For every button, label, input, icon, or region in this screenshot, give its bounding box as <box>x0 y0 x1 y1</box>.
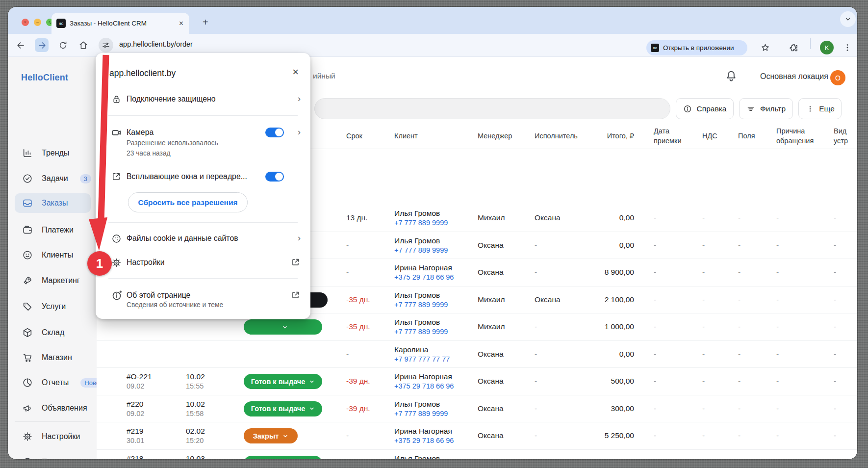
client-name: Илья Громов <box>394 318 448 327</box>
vat-cell: - <box>702 395 705 422</box>
new-tab-button[interactable]: + <box>203 17 208 28</box>
site-settings-button[interactable] <box>99 38 113 52</box>
order-date: 10.02 <box>186 372 205 381</box>
acceptance-cell: - <box>654 313 656 340</box>
fields-cell: - <box>738 395 740 422</box>
executor-cell: Оксана <box>535 205 561 232</box>
order-id-cell: #21829.01 <box>127 450 144 460</box>
vat-cell: - <box>702 450 705 460</box>
more-button[interactable]: Еще <box>798 98 842 119</box>
tab-search-button[interactable] <box>840 11 856 27</box>
camera-permission-item[interactable]: Камера <box>127 128 153 137</box>
client-phone-link[interactable]: +7 777 889 9999 <box>394 410 448 417</box>
device-cell: - <box>834 341 836 368</box>
status-button[interactable]: Готов к выдаче <box>244 456 322 460</box>
sidebar-item-11[interactable]: Объявления <box>15 398 91 418</box>
term-cell: - <box>346 422 349 449</box>
trends-icon <box>22 148 33 158</box>
table-row[interactable]: #21829.0110.0318:37Готов к выдаче-50 дн.… <box>97 450 857 460</box>
client-cell: Илья Громов+7 777 889 9999 <box>394 286 448 313</box>
status-button[interactable]: Готов к выдаче <box>244 401 322 416</box>
table-row[interactable]: #O-22109.0210.0215:55Готов к выдаче-39 д… <box>97 368 857 395</box>
home-button[interactable] <box>77 38 90 52</box>
client-phone-link[interactable]: +7 777 889 9999 <box>394 246 448 254</box>
sidebar-item-8[interactable]: Склад <box>15 323 91 342</box>
camera-toggle[interactable] <box>265 128 284 137</box>
sidebar-item-6[interactable]: Маркетинг <box>15 271 91 290</box>
popups-toggle[interactable] <box>265 172 284 182</box>
sidebar-item-4[interactable]: Платежи <box>15 220 91 240</box>
settings-icon <box>22 431 33 442</box>
reason-cell: - <box>776 341 779 368</box>
app-logo[interactable]: HelloClient <box>21 73 68 83</box>
sidebar-item-13[interactable]: Помощь <box>15 452 91 459</box>
popup-site-title: app.helloclient.by <box>109 68 176 78</box>
sidebar-item-2[interactable]: Задачи3 <box>15 169 91 188</box>
popup-close-button[interactable]: × <box>292 67 299 78</box>
desktop-background: × – нс Заказы - HelloClient CRM × + <box>0 0 868 468</box>
tasks-icon <box>22 173 33 184</box>
connection-secure-item[interactable]: Подключение защищено <box>127 94 216 104</box>
sidebar-item-12[interactable]: Настройки <box>15 427 91 446</box>
table-row[interactable]: #21930.0102.0215:20Закрыт-Ирина Нагорная… <box>97 422 857 450</box>
reload-button[interactable] <box>56 38 70 52</box>
bookmark-button[interactable] <box>760 38 770 57</box>
order-date: 02.02 <box>186 427 205 436</box>
order-time: 15:55 <box>186 382 205 390</box>
sidebar-item-10[interactable]: ОтчетыНовое <box>15 373 91 392</box>
window-minimize-button[interactable]: – <box>34 19 41 26</box>
camera-permission-note: 23 часа назад <box>127 149 171 158</box>
status-button[interactable]: Закрыт <box>244 428 298 443</box>
sidebar-item-9[interactable]: Магазин <box>15 348 91 367</box>
sidebar-item-label: Платежи <box>42 226 74 234</box>
total-cell: 5 250,00 <box>605 422 634 449</box>
status-button[interactable]: Готов к выдаче <box>244 374 322 389</box>
client-phone-link[interactable]: +7 977 777 77 77 <box>394 355 450 363</box>
about-page-item[interactable]: Об этой странице <box>127 290 190 300</box>
camera-permission-note: Разрешение использовалось <box>127 139 218 148</box>
sidebar-item-3[interactable]: Заказы <box>15 193 91 213</box>
back-button[interactable] <box>14 38 27 52</box>
table-row[interactable]: -Каролина+7 977 777 77 77Оксана-0,00----… <box>97 341 857 368</box>
client-phone-link[interactable]: +7 777 889 9999 <box>394 328 448 336</box>
table-row[interactable]: #22009.0210.0215:58Готов к выдаче-39 дн.… <box>97 395 857 423</box>
status-button[interactable] <box>244 319 322 335</box>
client-phone-link[interactable]: +375 29 718 66 96 <box>394 437 454 444</box>
notifications-button[interactable] <box>724 69 739 84</box>
sidebar-item-1[interactable]: Тренды <box>15 143 91 163</box>
client-phone-link[interactable]: +7 777 889 9999 <box>394 219 448 227</box>
sidebar-item-7[interactable]: Услуги <box>15 297 91 316</box>
client-phone-link[interactable]: +7 777 889 9999 <box>394 301 448 309</box>
location-avatar[interactable]: О <box>830 70 845 85</box>
help-button[interactable]: Справка <box>676 98 734 119</box>
term-cell: -50 дн. <box>346 450 370 460</box>
client-phone-link[interactable]: +375 29 718 66 96 <box>394 382 454 390</box>
sidebar-item-label: Настройки <box>42 432 80 441</box>
client-cell: Ирина Нагорная+375 29 718 66 96 <box>394 422 454 449</box>
window-close-button[interactable]: × <box>22 19 29 26</box>
tab-close-icon[interactable]: × <box>178 19 184 28</box>
open-in-new-icon <box>291 258 301 267</box>
browser-tab[interactable]: нс Заказы - HelloClient CRM × <box>51 13 189 34</box>
profile-button[interactable]: K <box>820 38 834 57</box>
reset-permissions-button[interactable]: Сбросить все разрешения <box>128 192 248 212</box>
location-label[interactable]: Основная локация <box>760 72 828 81</box>
client-name: Илья Громов <box>394 454 448 459</box>
back-icon <box>16 41 26 50</box>
device-cell: - <box>834 368 836 395</box>
address-bar[interactable]: app.helloclient.by/order <box>119 40 193 48</box>
partial-tab-label: ийный <box>313 72 335 80</box>
client-cell: Илья Громов+7 777 889 9999 <box>394 450 448 460</box>
popups-permission-item[interactable]: Всплывающие окна и переадре... <box>127 172 247 182</box>
settings-menu-item[interactable]: Настройки <box>127 258 164 267</box>
client-phone-link[interactable]: +375 29 718 66 96 <box>394 273 454 281</box>
filter-button[interactable]: Фильтр <box>739 98 793 119</box>
open-in-app-button[interactable]: нс Открыть в приложении <box>646 40 747 55</box>
sidebar-item-5[interactable]: Клиенты <box>15 245 91 265</box>
browser-menu-button[interactable] <box>842 38 852 57</box>
extensions-button[interactable] <box>789 38 799 57</box>
order-id: #218 <box>127 454 144 459</box>
forward-button[interactable] <box>35 38 49 52</box>
search-input[interactable] <box>314 98 670 119</box>
cookies-item[interactable]: Файлы cookie и данные сайтов <box>127 234 238 243</box>
